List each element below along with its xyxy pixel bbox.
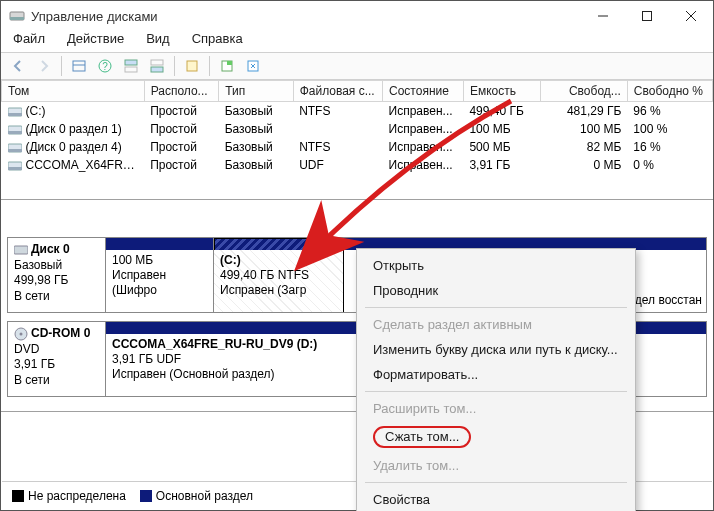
- volume-list: Том Располо... Тип Файловая с... Состоян…: [1, 80, 713, 200]
- maximize-button[interactable]: [625, 1, 669, 31]
- volume-icon: [8, 142, 22, 154]
- table-row[interactable]: (Диск 0 раздел 1)ПростойБазовыйИсправен.…: [2, 120, 713, 138]
- ctx-delete: Удалить том...: [357, 453, 635, 478]
- menu-file[interactable]: Файл: [13, 31, 45, 46]
- help-toolbar-icon[interactable]: ?: [94, 55, 116, 77]
- disk-header[interactable]: Диск 0Базовый499,98 ГБВ сети: [8, 238, 106, 312]
- svg-rect-25: [8, 167, 22, 170]
- menu-action[interactable]: Действие: [67, 31, 124, 46]
- svg-rect-19: [8, 113, 22, 116]
- col-freepct[interactable]: Свободно %: [627, 81, 712, 102]
- ctx-shrink[interactable]: Сжать том...: [357, 421, 635, 453]
- table-row[interactable]: CCCOMA_X64FRE...ПростойБазовыйUDFИсправе…: [2, 156, 713, 174]
- col-capacity[interactable]: Емкость: [463, 81, 540, 102]
- toolbar: ?: [1, 52, 713, 80]
- refresh-icon[interactable]: [242, 55, 264, 77]
- svg-rect-1: [10, 17, 24, 20]
- forward-icon[interactable]: [33, 55, 55, 77]
- menu-help[interactable]: Справка: [192, 31, 243, 46]
- hdd-icon: [14, 244, 28, 256]
- ctx-change-letter[interactable]: Изменить букву диска или путь к диску...: [357, 337, 635, 362]
- context-menu: Открыть Проводник Сделать раздел активны…: [356, 248, 636, 511]
- props-icon[interactable]: [181, 55, 203, 77]
- col-layout[interactable]: Располо...: [144, 81, 219, 102]
- legend-unallocated: Не распределена: [12, 489, 126, 503]
- titlebar: Управление дисками: [1, 1, 713, 31]
- svg-rect-13: [151, 67, 163, 72]
- partition[interactable]: (C:)499,40 ГБ NTFSИсправен (Загр: [214, 238, 344, 312]
- table-row[interactable]: (Диск 0 раздел 4)ПростойБазовыйNTFSИспра…: [2, 138, 713, 156]
- col-free[interactable]: Свобод...: [540, 81, 627, 102]
- ctx-make-active: Сделать раздел активным: [357, 312, 635, 337]
- svg-rect-23: [8, 149, 22, 152]
- legend-primary: Основной раздел: [140, 489, 253, 503]
- ctx-explore[interactable]: Проводник: [357, 278, 635, 303]
- svg-rect-3: [643, 12, 652, 21]
- svg-rect-21: [8, 131, 22, 134]
- volume-icon: [8, 106, 22, 118]
- svg-rect-26: [14, 246, 28, 254]
- svg-rect-10: [125, 60, 137, 65]
- ctx-format[interactable]: Форматировать...: [357, 362, 635, 387]
- column-headers[interactable]: Том Располо... Тип Файловая с... Состоян…: [2, 81, 713, 102]
- ctx-open[interactable]: Открыть: [357, 253, 635, 278]
- back-icon[interactable]: [7, 55, 29, 77]
- list-bottom-icon[interactable]: [146, 55, 168, 77]
- svg-rect-11: [125, 67, 137, 72]
- partition[interactable]: 100 МБИсправен (Шифро: [106, 238, 214, 312]
- col-fs[interactable]: Файловая с...: [293, 81, 382, 102]
- col-type[interactable]: Тип: [219, 81, 294, 102]
- cdrom-icon: [14, 327, 28, 341]
- svg-rect-16: [227, 61, 232, 65]
- minimize-button[interactable]: [581, 1, 625, 31]
- svg-rect-6: [73, 61, 85, 71]
- volume-icon: [8, 160, 22, 172]
- menubar: Файл Действие Вид Справка: [1, 31, 713, 52]
- col-status[interactable]: Состояние: [383, 81, 464, 102]
- close-button[interactable]: [669, 1, 713, 31]
- ctx-extend: Расширить том...: [357, 396, 635, 421]
- ctx-properties[interactable]: Свойства: [357, 487, 635, 511]
- list-top-icon[interactable]: [120, 55, 142, 77]
- col-volume[interactable]: Том: [2, 81, 145, 102]
- disk-mgmt-icon: [9, 8, 25, 24]
- window-title: Управление дисками: [31, 9, 581, 24]
- view-icon[interactable]: [68, 55, 90, 77]
- save-icon[interactable]: [216, 55, 238, 77]
- svg-text:?: ?: [102, 61, 108, 72]
- svg-point-28: [20, 332, 23, 335]
- svg-rect-12: [151, 60, 163, 65]
- volume-icon: [8, 124, 22, 136]
- table-row[interactable]: (C:)ПростойБазовыйNTFSИсправен...499,40 …: [2, 102, 713, 121]
- svg-rect-14: [187, 61, 197, 71]
- disk-header[interactable]: CD-ROM 0DVD3,91 ГБВ сети: [8, 322, 106, 396]
- menu-view[interactable]: Вид: [146, 31, 170, 46]
